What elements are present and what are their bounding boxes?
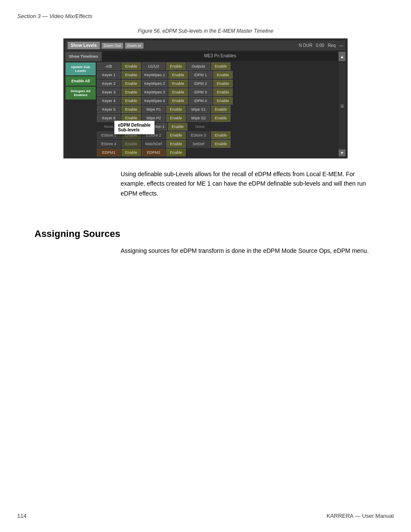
cell-keywipes4: KeyWipes 4 bbox=[142, 97, 168, 105]
cell-keyer1-enable[interactable]: Enable bbox=[121, 71, 141, 79]
update-sub-levels-button[interactable]: Update Sub Levels bbox=[65, 62, 96, 75]
tooltip: eDPM Definable Sub-levels bbox=[114, 121, 155, 134]
scroll-up-button[interactable]: ▲ bbox=[339, 52, 346, 61]
cell-idpm3: iDPM 3 bbox=[189, 88, 212, 96]
cell-keyer5: Keyer 5 bbox=[97, 106, 121, 113]
cell-keywipes1-enable[interactable]: Enable bbox=[168, 71, 188, 79]
req-label: Req bbox=[328, 43, 336, 48]
n-dur-value: 0:00 bbox=[316, 43, 324, 48]
zoom-in-button[interactable]: Zoom In bbox=[125, 43, 143, 49]
table-row: Keyer 5 Enable Wipe P1 Enable Wipe S1 En… bbox=[97, 106, 337, 113]
table-row: A/B Enable U1/U2 Enable Outputs Enable bbox=[97, 62, 337, 70]
cell-keywipes3: KeyWipes 3 bbox=[142, 88, 168, 96]
cell-estore4-enable[interactable]: Enable bbox=[121, 140, 141, 148]
toolbar-right: N DUR 0:00 Req — bbox=[299, 43, 344, 48]
page-header: Section 3 — Video Mix/Effects bbox=[17, 13, 394, 19]
tooltip-line1: eDPM Definable bbox=[118, 123, 151, 128]
table-row: None Transition 1 Enable None eDPM Defin… bbox=[97, 123, 337, 131]
ui-panel: Show Levels Zoom Out Zoom In N DUR 0:00 … bbox=[63, 38, 348, 159]
cell-keyer4-enable[interactable]: Enable bbox=[121, 97, 141, 105]
cell-transition1-enable[interactable]: Enable bbox=[168, 123, 187, 131]
table-row: Keyer 2 Enable KeyWipes 2 Enable iDPM 2 … bbox=[97, 80, 337, 87]
cell-estore3: EStore 3 bbox=[187, 131, 210, 139]
me3-header: ME3 Pri Enables bbox=[103, 52, 338, 61]
cell-keywipes1: KeyWipes 1 bbox=[142, 71, 168, 79]
enable-all-button[interactable]: Enable All bbox=[65, 76, 96, 86]
cell-keywipes4-enable[interactable]: Enable bbox=[168, 97, 188, 105]
n-dur-label: N DUR bbox=[299, 43, 313, 48]
cell-wipes2-enable[interactable]: Enable bbox=[211, 114, 230, 122]
table-row: Keyer 4 Enable KeyWipes 4 Enable iDPM 4 … bbox=[97, 97, 337, 105]
cell-wipep1: Wipe P1 bbox=[142, 106, 165, 113]
cell-keyer4: Keyer 4 bbox=[97, 97, 121, 105]
cell-keywipes2-enable[interactable]: Enable bbox=[168, 80, 188, 87]
cell-idpm2: iDPM 2 bbox=[189, 80, 212, 87]
cell-ab: A/B bbox=[97, 62, 121, 70]
cell-keyer2-enable[interactable]: Enable bbox=[121, 80, 141, 87]
cell-edpm2-enable[interactable]: Enable bbox=[166, 149, 186, 156]
cell-ab-enable[interactable]: Enable bbox=[121, 62, 141, 70]
figure-container: Figure 56. eDPM Sub-levels in the E-MEM … bbox=[17, 28, 394, 159]
cell-idpm2-enable[interactable]: Enable bbox=[213, 80, 233, 87]
table-row: EDPM1 Enable EDPM2 Enable bbox=[97, 149, 337, 156]
scroll-down-button[interactable]: ▼ bbox=[339, 149, 346, 156]
footer-page-number: 114 bbox=[17, 513, 27, 519]
cell-edpm1: EDPM1 bbox=[97, 149, 121, 156]
cell-u1u2-enable[interactable]: Enable bbox=[166, 62, 186, 70]
cell-matchdef-enable[interactable]: Enable bbox=[166, 140, 186, 148]
cell-keyer3-enable[interactable]: Enable bbox=[121, 88, 141, 96]
toolbar: Show Levels Zoom Out Zoom In N DUR 0:00 … bbox=[65, 40, 346, 50]
delegate-all-button[interactable]: Delegate All Enabled bbox=[65, 87, 96, 100]
cell-none2: None bbox=[188, 123, 212, 130]
cell-keyer2: Keyer 2 bbox=[97, 80, 121, 87]
cell-idpm4: iDPM 4 bbox=[189, 97, 212, 105]
table-row: Keyer 3 Enable KeyWipes 3 Enable iDPM 3 … bbox=[97, 88, 337, 96]
show-levels-button[interactable]: Show Levels bbox=[68, 42, 100, 49]
footer-product-name: KARRERA — User Manual bbox=[327, 513, 394, 519]
cell-edpm-empty2 bbox=[211, 151, 230, 154]
cell-setdef-enable[interactable]: Enable bbox=[211, 140, 230, 148]
cell-wipes1-enable[interactable]: Enable bbox=[211, 106, 230, 113]
cell-keyer3: Keyer 3 bbox=[97, 88, 121, 96]
show-timelines-button[interactable]: Show Timelines bbox=[65, 52, 102, 61]
cell-edpm2: EDPM2 bbox=[142, 149, 165, 156]
cell-idpm1: iDPM 1 bbox=[189, 71, 212, 79]
cell-estore4: EStore 4 bbox=[97, 140, 121, 148]
body-text: Using definable sub-Levels allows for th… bbox=[121, 169, 371, 198]
page-footer: 114 KARRERA — User Manual bbox=[17, 513, 394, 519]
cell-edpm1-enable[interactable]: Enable bbox=[121, 149, 141, 156]
table-row: Keyer 1 Enable KeyWipes 1 Enable iDPM 1 … bbox=[97, 71, 337, 79]
section-body: Assigning sources for eDPM transform is … bbox=[121, 246, 371, 255]
grid-main: A/B Enable U1/U2 Enable Outputs Enable K… bbox=[97, 62, 337, 156]
cell-estore2-enable[interactable]: Enable bbox=[166, 131, 186, 139]
cell-idpm4-enable[interactable]: Enable bbox=[213, 97, 233, 105]
cell-estore3-enable[interactable]: Enable bbox=[211, 131, 230, 139]
cell-none2-empty bbox=[213, 125, 232, 128]
cell-idpm1-enable[interactable]: Enable bbox=[213, 71, 233, 79]
scroll-middle-icon[interactable]: ≡ bbox=[339, 62, 346, 149]
table-row: EStore 4 Enable MatchDef Enable SetDef E… bbox=[97, 140, 337, 148]
cell-u1u2: U1/U2 bbox=[142, 62, 165, 70]
cell-idpm3-enable[interactable]: Enable bbox=[213, 88, 233, 96]
cell-keyer1: Keyer 1 bbox=[97, 71, 121, 79]
cell-wipep2-enable[interactable]: Enable bbox=[166, 114, 186, 122]
req-value: — bbox=[339, 43, 343, 48]
cell-outputs: Outputs bbox=[187, 62, 210, 70]
cell-keywipes3-enable[interactable]: Enable bbox=[168, 88, 188, 96]
tooltip-line2: Sub-levels bbox=[118, 128, 151, 132]
cell-wipes2: Wipe S2 bbox=[187, 114, 210, 122]
cell-keyer5-enable[interactable]: Enable bbox=[121, 106, 141, 113]
cell-outputs-enable[interactable]: Enable bbox=[211, 62, 230, 70]
cell-matchdef: MatchDef bbox=[142, 140, 165, 148]
cell-setdef: SetDef bbox=[187, 140, 210, 148]
section-title: Assigning Sources bbox=[34, 220, 394, 240]
figure-caption: Figure 56. eDPM Sub-levels in the E-MEM … bbox=[138, 28, 274, 34]
cell-keywipes2: KeyWipes 2 bbox=[142, 80, 168, 87]
zoom-out-button[interactable]: Zoom Out bbox=[102, 43, 123, 49]
cell-wipep1-enable[interactable]: Enable bbox=[166, 106, 186, 113]
cell-edpm-empty1 bbox=[187, 151, 210, 154]
scrollbar: ≡ ▼ bbox=[339, 62, 346, 156]
left-controls: Update Sub Levels Enable All Delegate Al… bbox=[65, 62, 96, 156]
cell-wipes1: Wipe S1 bbox=[187, 106, 210, 113]
